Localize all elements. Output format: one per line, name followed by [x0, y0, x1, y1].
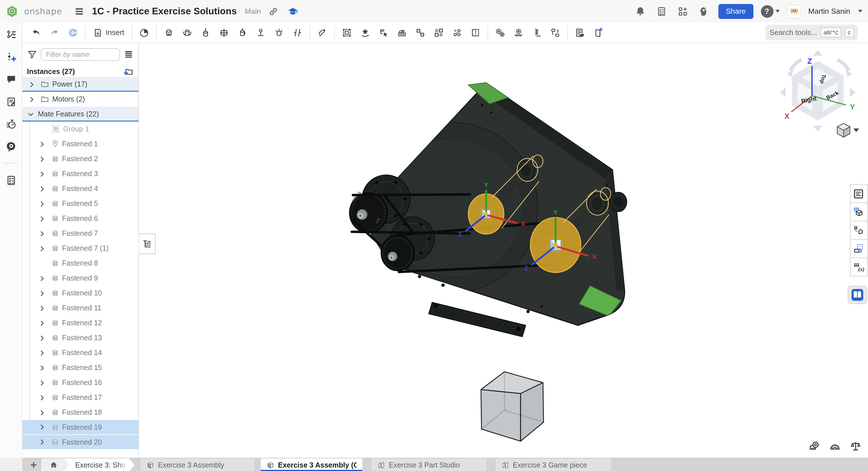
filter-icon[interactable] [27, 49, 37, 60]
notes-rail-button[interactable] [4, 95, 18, 108]
chevron-right-icon[interactable] [38, 394, 46, 401]
tree-row-fastened-19[interactable]: Fastened 19 [22, 420, 138, 435]
rack-pinion-relation-button[interactable] [509, 24, 527, 41]
help-menu[interactable]: ? [761, 5, 780, 18]
configurations-panel-button[interactable] [849, 203, 867, 222]
tree-row-fastened-6[interactable]: Fastened 6 [22, 211, 138, 226]
tree-row-group-1[interactable]: Group 1 [22, 122, 138, 137]
chevron-right-icon[interactable] [38, 409, 46, 416]
view-mode-cube-button[interactable] [837, 123, 859, 137]
add-tab-button[interactable] [26, 459, 41, 471]
chevron-right-icon[interactable] [38, 438, 46, 446]
redo-button[interactable] [45, 24, 64, 41]
variables-panel-button[interactable]: (x) [849, 258, 867, 276]
named-position-button[interactable] [356, 24, 374, 41]
slider-mate-button[interactable] [196, 24, 215, 41]
tree-row-fastened-20[interactable]: Fastened 20 [22, 435, 138, 450]
chevron-right-icon[interactable] [38, 185, 46, 193]
tree-row-fastened-1[interactable]: Fastened 1 [22, 137, 138, 152]
tree-row-fastened-4[interactable]: Fastened 4 [22, 181, 138, 196]
bom-panel-button[interactable] [849, 184, 867, 203]
chevron-right-icon[interactable] [38, 215, 46, 222]
ball-mate-button[interactable] [270, 24, 288, 41]
cylindrical-mate-button[interactable] [233, 24, 251, 41]
chevron-right-icon[interactable] [38, 304, 46, 312]
chevron-right-icon[interactable] [38, 274, 46, 282]
chevron-right-icon[interactable] [28, 96, 36, 103]
tree-row-fastened-18[interactable]: Fastened 18 [22, 405, 138, 420]
share-link-icon[interactable] [267, 4, 281, 18]
snap-mode-button[interactable] [313, 24, 331, 41]
named-views-button[interactable] [589, 24, 607, 41]
element-tab-exercise-3-part-studio[interactable]: Exercise 3 Part Studio [372, 459, 487, 471]
circular-pattern-button[interactable] [447, 24, 466, 41]
undo-button[interactable] [27, 24, 45, 41]
revolute-mate-button[interactable] [178, 24, 196, 41]
tree-row-fastened-7-1-[interactable]: Fastened 7 (1) [22, 241, 138, 256]
list-view-icon[interactable] [123, 49, 134, 60]
transform-button[interactable] [411, 24, 429, 41]
chevron-right-icon[interactable] [38, 170, 46, 177]
document-breadcrumb-tab[interactable]: Exercise 3: Sho [63, 459, 134, 471]
standard-content-button[interactable] [393, 24, 411, 41]
tree-row-fastened-11[interactable]: Fastened 11 [22, 301, 138, 315]
filter-by-name-input[interactable]: Filter by name [41, 48, 120, 61]
tree-row-fastened-8[interactable]: Fastened 8 [22, 256, 138, 271]
chevron-right-icon[interactable] [38, 290, 46, 297]
tree-row-fastened-10[interactable]: Fastened 10 [22, 286, 138, 301]
hamburger-menu-icon[interactable] [72, 4, 86, 18]
protractor-icon[interactable] [829, 441, 840, 452]
tree-row-fastened-14[interactable]: Fastened 14 [22, 345, 138, 360]
tree-row-mate-features-22-[interactable]: Mate Features (22) [22, 107, 138, 122]
fastened-mate-button[interactable] [159, 24, 178, 41]
help-icon[interactable]: ? [761, 5, 773, 18]
chevron-right-icon[interactable] [38, 349, 46, 357]
mate-button[interactable] [135, 24, 153, 41]
tree-row-fastened-15[interactable]: Fastened 15 [22, 360, 138, 375]
chevron-right-icon[interactable] [38, 319, 46, 327]
parallel-mate-button[interactable] [288, 24, 306, 41]
tree-row-fastened-5[interactable]: Fastened 5 [22, 196, 138, 211]
mass-properties-icon[interactable] [849, 441, 861, 452]
chevron-right-icon[interactable] [38, 155, 46, 163]
insert-button[interactable]: Insert [88, 24, 128, 41]
game-piece-cube[interactable] [481, 372, 544, 441]
learning-bubble-rail-button[interactable] [4, 139, 18, 153]
belt-relation-button[interactable] [546, 24, 564, 41]
gear-relation-button[interactable] [491, 24, 509, 41]
tree-row-fastened-3[interactable]: Fastened 3 [22, 166, 138, 181]
app-store-grid-icon[interactable] [676, 4, 690, 18]
user-avatar[interactable] [787, 4, 801, 18]
planar-mate-button[interactable] [215, 24, 233, 41]
workspace-name[interactable]: Main [245, 7, 261, 15]
screw-relation-button[interactable] [527, 24, 546, 41]
tree-row-fastened-16[interactable]: Fastened 16 [22, 375, 138, 390]
education-cap-icon[interactable] [286, 4, 300, 18]
performance-rail-button[interactable] [4, 117, 18, 131]
exploded-views-panel-button[interactable] [849, 239, 867, 258]
chevron-right-icon[interactable] [38, 230, 46, 237]
chevron-right-icon[interactable] [38, 334, 46, 342]
tree-row-fastened-2[interactable]: Fastened 2 [22, 152, 138, 166]
display-states-button[interactable] [570, 24, 589, 41]
collapse-panel-handle[interactable] [139, 234, 156, 254]
tree-row-power-17-[interactable]: Power (17) [22, 77, 138, 92]
tree-row-motors-2-[interactable]: Motors (2) [22, 92, 138, 107]
linear-pattern-button[interactable] [429, 24, 447, 41]
tree-row-fastened-9[interactable]: Fastened 9 [22, 271, 138, 286]
home-tab[interactable] [41, 459, 69, 471]
user-name[interactable]: Martin Sanin [808, 7, 850, 15]
element-tab-exercise-3-assembly-c-[interactable]: Exercise 3 Assembly (C) [261, 459, 362, 471]
pin-slot-mate-button[interactable] [251, 24, 270, 41]
tree-row-fastened-7[interactable]: Fastened 7 [22, 226, 138, 241]
chevron-right-icon[interactable] [38, 245, 46, 252]
share-button[interactable]: Share [718, 4, 753, 19]
search-tools-field[interactable]: Search tools... alt/⌥ c [766, 25, 858, 40]
tape-measure-icon[interactable] [808, 441, 820, 452]
mirror-button[interactable] [466, 24, 485, 41]
chevron-right-icon[interactable] [38, 379, 46, 386]
chevron-right-icon[interactable] [28, 80, 36, 88]
tree-row-fastened-17[interactable]: Fastened 17 [22, 390, 138, 405]
onshape-logo-icon[interactable] [6, 5, 19, 18]
tree-row-fastened-12[interactable]: Fastened 12 [22, 315, 138, 331]
